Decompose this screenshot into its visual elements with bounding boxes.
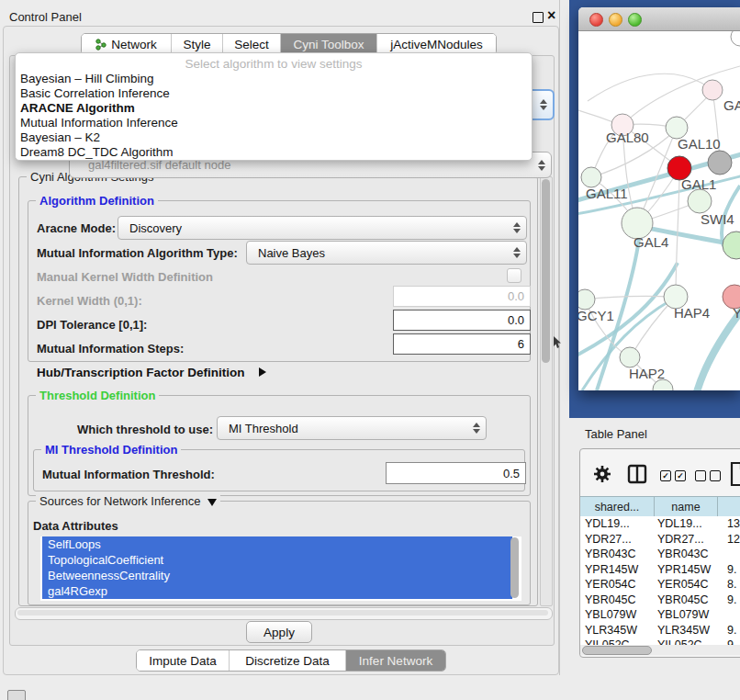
node-green-right[interactable] (723, 231, 740, 259)
dpi-tolerance-value: 0.0 (508, 313, 524, 327)
table-row[interactable]: YER054C YER054C 8. (580, 577, 740, 593)
tab-select[interactable]: Select (223, 34, 281, 54)
cell-name: YBL079W (657, 608, 709, 621)
stepper-icon (473, 423, 480, 434)
expander-expanded-icon[interactable] (207, 499, 217, 506)
settings-scrollbar-thumb[interactable] (542, 179, 550, 363)
cell-name: YPR145W (657, 563, 711, 576)
zoom-traffic-icon[interactable] (628, 13, 642, 27)
tab-infer-network-label: Infer Network (359, 654, 432, 668)
data-attributes-label: Data Attributes (33, 519, 118, 533)
table-hscrollbar-track[interactable] (580, 645, 740, 655)
table-row[interactable]: YBR045C YBR045C 9. (580, 593, 740, 608)
attribute-item[interactable]: TopologicalCoefficient (42, 552, 512, 568)
mi-type-select[interactable]: Naive Bayes (246, 241, 527, 265)
column-header-partial[interactable] (718, 497, 740, 517)
table-row[interactable]: YLR345W YLR345W 9. (580, 623, 740, 638)
manual-kernel-checkbox[interactable] (507, 268, 521, 283)
cell-value: 12 (727, 533, 740, 546)
table-row[interactable]: YPR145W YPR145W 9. (580, 562, 740, 578)
attribute-item[interactable]: BetweennessCentrality (42, 568, 512, 583)
cell-value: 13 (727, 517, 740, 530)
select-all-columns-icon[interactable]: ✓ ✓ (660, 470, 686, 481)
split-columns-icon[interactable] (627, 464, 647, 484)
algorithm-option[interactable]: Bayesian – K2 (20, 130, 525, 145)
settings-gear-icon[interactable] (593, 465, 611, 483)
node-gal11[interactable] (581, 167, 601, 187)
data-attributes-list: SelfLoops TopologicalCoefficient Between… (40, 536, 521, 601)
cell-shared-name: YBR043C (585, 548, 636, 560)
node-swi4[interactable] (688, 189, 712, 213)
list-scrollbar[interactable] (510, 537, 519, 598)
tab-impute-data[interactable]: Impute Data (137, 650, 230, 671)
cell-shared-name: YPR145W (585, 563, 638, 576)
cell-name: YDR27... (657, 533, 704, 546)
cell-name: YDL19... (657, 517, 702, 530)
mi-steps-field[interactable]: 6 (393, 333, 531, 355)
close-traffic-icon[interactable] (589, 13, 603, 27)
tab-infer-network[interactable]: Infer Network (346, 650, 445, 671)
algorithm-option[interactable]: Bayesian – Hill Climbing (20, 72, 525, 86)
tab-style-label: Style (183, 38, 210, 51)
cell-shared-name: YBR045C (585, 593, 636, 606)
table-hscrollbar-thumb[interactable] (582, 646, 652, 655)
node-label: GAL11 (586, 186, 628, 201)
which-threshold-label: Which threshold to use: (77, 423, 213, 436)
column-header-shared-name[interactable]: shared... (580, 497, 655, 517)
algorithm-option-aracne[interactable]: ARACNE Algorithm (20, 101, 525, 116)
network-view-window[interactable]: GAL80 GAL10 GAL GAL1 GAL11 SWI4 GAL4 GCY… (578, 7, 740, 390)
table-row-partial[interactable]: YIL052C YIL052C 9 (580, 638, 740, 645)
table-row[interactable]: YDR27... YDR27... 12 (580, 532, 740, 548)
mi-threshold-field[interactable]: 0.5 (386, 462, 526, 484)
algorithm-option[interactable]: Dream8 DC_TDC Algorithm (20, 145, 525, 160)
new-document-icon[interactable] (730, 461, 740, 487)
minimize-traffic-icon[interactable] (609, 13, 622, 27)
aracne-mode-select[interactable]: Discovery (118, 216, 527, 240)
stepper-icon (513, 222, 521, 233)
tab-network[interactable]: Network (82, 34, 172, 54)
cell-value: 9 (727, 638, 734, 645)
tab-impute-data-label: Impute Data (149, 654, 217, 668)
table-row[interactable]: YDL19... YDL19... 13 (580, 516, 740, 532)
tab-style[interactable]: Style (172, 34, 223, 54)
network-canvas[interactable]: GAL80 GAL10 GAL GAL1 GAL11 SWI4 GAL4 GCY… (578, 31, 740, 390)
hub-expander-label: Hub/Transcription Factor Definition (37, 366, 245, 379)
kernel-width-label: Kernel Width (0,1): (37, 294, 142, 308)
which-threshold-select[interactable]: MI Threshold (217, 416, 487, 440)
cell-value: 9. (727, 624, 736, 637)
close-icon[interactable]: × (547, 7, 555, 24)
node-gray[interactable] (708, 151, 732, 175)
network-window-titlebar[interactable] (578, 7, 740, 31)
tab-discretize-data[interactable]: Discretize Data (230, 650, 346, 671)
cell-name: YER054C (657, 578, 709, 591)
tab-jactivemnodules[interactable]: jActiveMNodules (377, 34, 496, 54)
apply-button[interactable]: Apply (246, 621, 312, 643)
expander-collapsed-icon[interactable] (259, 367, 266, 377)
node-label: Y (733, 305, 740, 321)
kernel-width-value: 0.0 (508, 289, 524, 303)
algorithm-option[interactable]: Mutual Information Inference (20, 116, 525, 130)
mouse-cursor-icon (553, 336, 562, 349)
mi-threshold-value: 0.5 (503, 467, 520, 480)
settings-hscrollbar[interactable] (15, 607, 553, 620)
attribute-item[interactable]: gal4RGexp (42, 583, 512, 599)
cell-shared-name: YLR345W (585, 624, 637, 637)
kernel-width-field[interactable]: 0.0 (393, 286, 531, 307)
node-gcy1[interactable] (578, 289, 595, 310)
algorithm-option[interactable]: Basic Correlation Inference (20, 86, 525, 101)
node-hap2[interactable] (620, 347, 640, 367)
cell-name: YLR345W (657, 624, 710, 637)
collapsed-panel-icon[interactable] (7, 690, 26, 700)
float-window-icon[interactable] (533, 12, 544, 23)
node-partial-top[interactable] (731, 31, 740, 46)
table-header: shared... name (580, 496, 740, 518)
dpi-tolerance-field[interactable]: 0.0 (393, 310, 531, 331)
table-row[interactable]: YBL079W YBL079W (580, 607, 740, 623)
node-gal-partial[interactable] (702, 80, 723, 100)
table-row[interactable]: YBR043C YBR043C (580, 547, 740, 562)
attribute-item[interactable]: SelfLoops (42, 536, 512, 552)
node-label: HAP2 (629, 366, 665, 381)
column-header-name[interactable]: name (655, 497, 718, 517)
tab-cyni-toolbox[interactable]: Cyni Toolbox (281, 34, 377, 54)
deselect-all-columns-icon[interactable] (695, 470, 721, 481)
